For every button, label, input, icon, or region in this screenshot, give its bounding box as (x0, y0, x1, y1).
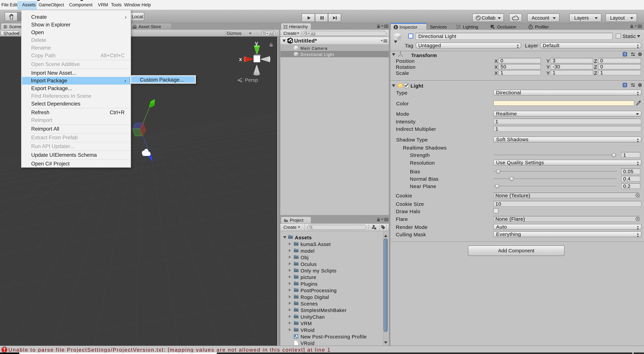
svg-text:y: y (255, 40, 258, 46)
svg-text:?: ? (624, 83, 626, 87)
svg-text:x: x (239, 56, 242, 62)
svg-text:?: ? (624, 53, 626, 56)
